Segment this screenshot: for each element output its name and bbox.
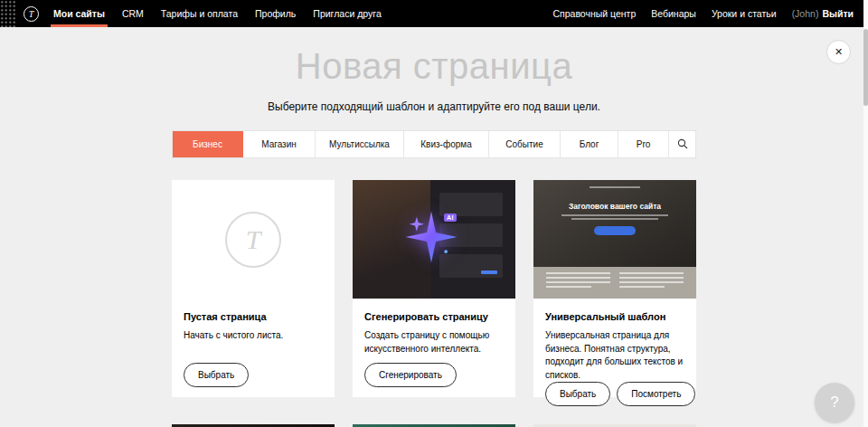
card-body: Пустая страница Начать с чистого листа. … [172, 299, 335, 397]
card-body: Универсальный шаблон Универсальная стран… [533, 299, 696, 416]
topbar: T Мои сайты CRM Тарифы и оплата Профиль … [0, 0, 868, 27]
nav-webinars[interactable]: Вебинары [651, 0, 696, 27]
universal-preview-text-section [533, 267, 696, 299]
universal-preview-heading: Заголовок вашего сайта [533, 180, 696, 211]
universal-preview-blue-button [594, 226, 636, 235]
search-icon [677, 138, 688, 151]
card-buttons: Выбрать Посмотреть [545, 382, 684, 406]
template-category-tabs: Бизнес Магазин Мультиссылка Квиз-форма С… [172, 130, 696, 158]
universal-preview-hero: Заголовок вашего сайта [533, 180, 696, 267]
text-bar [546, 277, 610, 279]
card-description: Создать страницу с помощью искусственног… [364, 329, 504, 356]
template-card-ai: AI Сгенерировать страницу Создать страни… [353, 180, 515, 397]
universal-preview-nav-bar [590, 186, 640, 188]
account-name: (John) [792, 8, 819, 19]
universal-preview-text-line [561, 214, 668, 216]
template-card-blank: T Пустая страница Начать с чистого листа… [172, 180, 335, 397]
template-cards-row: T Пустая страница Начать с чистого листа… [172, 180, 696, 397]
view-universal-button[interactable]: Посмотреть [617, 382, 695, 406]
universal-template-preview[interactable]: Заголовок вашего сайта [533, 180, 696, 299]
topbar-dot-pattern [0, 0, 16, 27]
ai-template-preview[interactable]: AI [353, 180, 515, 299]
card-buttons: Выбрать [184, 363, 323, 387]
tilda-logo-letter: T [29, 9, 34, 19]
nav-invite-friend[interactable]: Пригласи друга [313, 0, 381, 27]
close-button[interactable]: ✕ [826, 40, 851, 64]
nav-help-center[interactable]: Справочный центр [552, 0, 636, 27]
nav-tariffs[interactable]: Тарифы и оплата [161, 0, 238, 27]
page-subtitle: Выберите подходящий шаблон и адаптируйте… [0, 100, 868, 113]
card-title: Сгенерировать страницу [364, 311, 504, 322]
logout-link: Выйти [822, 8, 854, 19]
nav-lessons[interactable]: Уроки и статьи [712, 0, 777, 27]
choose-blank-button[interactable]: Выбрать [184, 363, 249, 387]
tab-event[interactable]: Событие [489, 131, 561, 157]
ai-preview-blue-bar [481, 270, 497, 274]
card-title: Универсальный шаблон [545, 311, 684, 322]
universal-preview-text-column [546, 272, 610, 293]
help-button[interactable]: ? [815, 383, 854, 422]
topbar-nav-left: Мои сайты CRM Тарифы и оплата Профиль Пр… [53, 0, 382, 27]
topbar-nav-right: Справочный центр Вебинары Уроки и статьи… [552, 0, 854, 27]
account-logout[interactable]: (John) Выйти [792, 8, 854, 19]
text-bar [546, 272, 610, 274]
close-icon: ✕ [835, 46, 843, 58]
help-question-icon: ? [830, 394, 838, 412]
text-bar [619, 281, 684, 283]
tab-business[interactable]: Бизнес [173, 131, 243, 157]
tilda-mark-icon: T [225, 212, 281, 268]
tab-search[interactable] [669, 131, 695, 157]
card-body: Сгенерировать страницу Создать страницу … [353, 299, 515, 397]
text-bar [546, 281, 610, 283]
tab-blog[interactable]: Блог [561, 131, 618, 157]
tab-quiz-form[interactable]: Квиз-форма [404, 131, 489, 157]
choose-universal-button[interactable]: Выбрать [545, 382, 610, 406]
text-bar [619, 286, 665, 288]
universal-preview-text-line [571, 218, 658, 220]
text-bar [546, 286, 591, 288]
blank-template-preview[interactable]: T [172, 180, 335, 299]
nav-profile[interactable]: Профиль [255, 0, 296, 27]
card-buttons: Сгенерировать [364, 363, 504, 387]
tab-multilink[interactable]: Мультиссылка [316, 131, 404, 157]
scrollbar [863, 0, 868, 427]
ai-badge: AI [444, 214, 457, 222]
generate-button[interactable]: Сгенерировать [364, 363, 457, 387]
card-description: Универсальная страница для бизнеса. Поня… [545, 329, 684, 382]
text-bar [619, 277, 684, 279]
card-title: Пустая страница [184, 311, 323, 322]
scrollbar-thumb[interactable] [863, 29, 868, 106]
nav-my-sites[interactable]: Мои сайты [53, 0, 105, 27]
card-description: Начать с чистого листа. [184, 329, 323, 343]
page-title: Новая страница [0, 27, 868, 87]
text-bar [619, 272, 684, 274]
tab-pro[interactable]: Pro [618, 131, 669, 157]
universal-preview-text-column [619, 272, 684, 293]
tilda-logo[interactable]: T [24, 6, 39, 22]
tilda-mark-letter: T [246, 224, 261, 255]
tab-shop[interactable]: Магазин [243, 131, 316, 157]
template-card-universal: Заголовок вашего сайта [533, 180, 696, 397]
nav-crm[interactable]: CRM [122, 0, 144, 27]
new-page-modal: ✕ Новая страница Выберите подходящий шаб… [0, 27, 868, 427]
